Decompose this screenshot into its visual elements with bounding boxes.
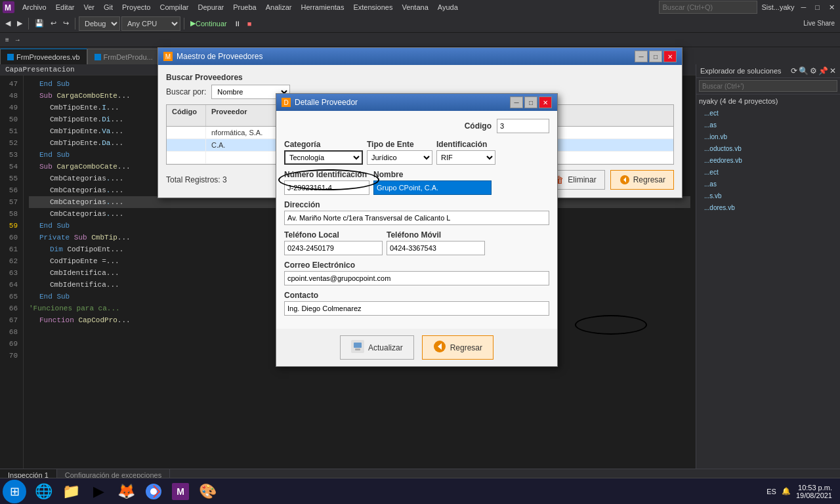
direccion-row: Dirección [284,200,549,225]
se-pin-btn[interactable]: 📌 [818,66,828,75]
taskbar-firefox[interactable]: 🦊 [113,480,139,503]
detalle-close-btn[interactable]: ✕ [539,96,552,108]
pause-btn[interactable]: ⏸ [231,16,243,31]
taskbar-ie[interactable]: 🌐 [30,480,56,503]
tipo-ente-select[interactable]: Jurídico [367,150,432,165]
contacto-label: Contacto [284,291,549,300]
vb-file-icon [7,54,14,60]
se-close-btn[interactable]: ✕ [830,66,836,75]
format-btn[interactable]: ≡ [3,33,12,47]
se-item-4[interactable]: ...oductos.vb [704,143,837,155]
forward-btn[interactable]: ▶ [14,16,25,31]
regresar-maestro-icon [619,174,631,186]
menu-editar[interactable]: Editar [52,2,79,12]
se-search-btn[interactable]: 🔍 [799,66,808,75]
numero-input[interactable] [284,180,369,195]
menu-prueba[interactable]: Prueba [229,2,260,12]
taskbar-folder[interactable]: 📁 [58,480,84,503]
menu-git[interactable]: Git [100,2,117,12]
se-item-9[interactable]: ...dores.vb [704,202,837,214]
se-item-3[interactable]: ...ion.vb [704,131,837,143]
tab-frmproveedores[interactable]: FrmProveedores.vb [0,49,87,64]
actualizar-btn[interactable]: Actualizar [340,335,414,360]
cpu-dropdown[interactable]: Any CPU [121,16,180,31]
tel-local-input[interactable] [284,241,383,255]
se-item-7[interactable]: ...as [704,178,837,190]
nombre-input[interactable] [373,180,492,195]
se-item-2[interactable]: ...as [704,119,837,131]
se-item-1[interactable]: ...ect [704,108,837,119]
menu-proyecto[interactable]: Proyecto [118,2,154,12]
taskbar-clock: 10:53 p.m. 19/08/2021 [796,484,832,499]
menu-ver[interactable]: Ver [79,2,98,12]
regresar-maestro-btn[interactable]: Regresar [610,170,674,190]
toolbar-sep2 [75,18,75,30]
menu-compilar[interactable]: Compilar [156,2,192,12]
taskbar-media[interactable]: ▶ [85,480,112,503]
continue-btn[interactable]: ▶ Continuar [188,16,230,31]
tel-movil-label: Teléfono Móvil [387,230,485,240]
vs-taskbar-icon: M [172,483,189,500]
menu-ayuda[interactable]: Ayuda [434,2,462,12]
categoria-select[interactable]: Tecnología [284,150,363,165]
save-btn[interactable]: 💾 [32,16,47,31]
se-settings-btn[interactable]: ⚙ [810,66,817,75]
se-search-input[interactable] [699,80,837,92]
close-app-btn[interactable]: ✕ [826,0,837,14]
section-title: Buscar Proveedores [166,73,674,82]
maestro-minimize-btn[interactable]: ─ [635,51,648,62]
detalle-minimize-btn[interactable]: ─ [510,96,523,108]
project-name[interactable]: nyaky (4 de 4 proyectos) [699,97,837,105]
taskbar-paint[interactable]: 🎨 [194,480,220,503]
detalle-restore-btn[interactable]: □ [524,96,537,108]
taskbar-vs[interactable]: M [168,480,193,503]
live-share-btn[interactable]: Live Share [801,16,837,31]
codigo-input[interactable] [497,119,549,133]
svg-rect-5 [354,343,362,348]
contacto-input[interactable] [284,301,549,316]
svg-point-10 [150,488,157,495]
indent-btn[interactable]: → [12,33,24,47]
se-item-6[interactable]: ...ect [704,167,837,178]
contacto-row: Contacto [284,291,549,316]
menu-archivo[interactable]: Archivo [18,2,51,12]
solution-explorer-content: nyaky (4 de 4 proyectos) ...ect ...as ..… [696,94,840,469]
language-indicator: ES [766,488,776,495]
correo-input[interactable] [284,271,549,285]
redo-btn[interactable]: ↪ [60,16,72,31]
detalle-titlebar: D Detalle Proveedor ─ □ ✕ [276,94,557,111]
tel-movil-input[interactable] [387,241,485,255]
identificacion-select[interactable]: RIF [436,150,495,165]
firefox-icon: 🦊 [117,482,135,501]
se-sync-btn[interactable]: ⟳ [791,66,797,75]
menu-extensiones[interactable]: Extensiones [349,2,396,12]
menu-herramientas[interactable]: Herramientas [297,2,348,12]
se-item-8[interactable]: ...s.vb [704,190,837,202]
direccion-input[interactable] [284,211,549,225]
regresar-detalle-btn[interactable]: Regresar [422,335,494,360]
tel-local-label: Teléfono Local [284,230,383,240]
main-search-input[interactable] [659,1,757,14]
menu-analizar[interactable]: Analizar [262,2,296,12]
menu-bar: M Archivo Editar Ver Git Proyecto Compil… [0,0,840,14]
restore-btn[interactable]: □ [812,0,822,14]
folder-icon: 📁 [62,482,80,501]
numero-label: Número Identificación [284,170,369,179]
back-btn[interactable]: ◀ [3,16,13,31]
menu-depurar[interactable]: Depurar [194,2,228,12]
tab-frmdetprodu[interactable]: FrmDetProdu... [87,49,160,64]
toolbar-sep3 [184,18,184,30]
undo-btn[interactable]: ↩ [48,16,59,31]
menu-ventana[interactable]: Ventana [398,2,432,12]
secondary-toolbar: ≡ → [0,33,840,47]
debug-dropdown[interactable]: Debug [79,16,120,31]
se-item-5[interactable]: ...eedores.vb [704,155,837,167]
maestro-close-btn[interactable]: ✕ [663,51,677,62]
minimize-btn[interactable]: ─ [799,0,809,14]
start-button[interactable]: ⊞ [3,480,26,503]
maestro-titlebar: M Maestro de Proveedores ─ □ ✕ [158,48,682,65]
stop-btn[interactable]: ■ [245,16,255,31]
maestro-restore-btn[interactable]: □ [649,51,662,62]
ie-icon: 🌐 [34,482,52,501]
taskbar-chrome[interactable] [140,480,167,503]
